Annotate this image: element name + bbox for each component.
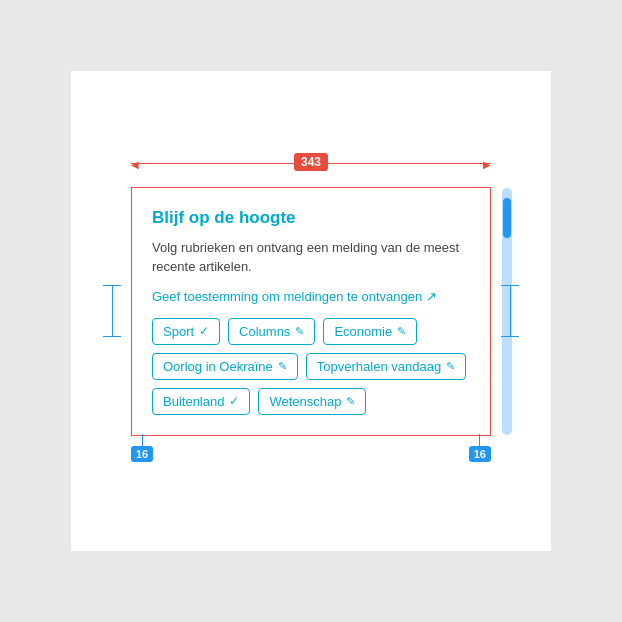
right-scroll-indicator <box>501 285 519 337</box>
tag-wetenschap-edit-icon: ✎ <box>346 395 355 408</box>
arrow-icon: ↗ <box>426 289 437 304</box>
tag-sport-label: Sport <box>163 324 194 339</box>
tag-economie[interactable]: Economie ✎ <box>323 318 417 345</box>
tag-oorlog-label: Oorlog in Oekraïne <box>163 359 273 374</box>
left-dimension-badge: 16 <box>131 446 153 462</box>
page-container: ◀ ▶ 343 Blijf op de hoogte Volg rubrieke… <box>71 71 551 551</box>
tag-oorlog-edit-icon: ✎ <box>278 360 287 373</box>
right-dimension-indicator: 16 <box>469 434 491 462</box>
right-dimension-badge: 16 <box>469 446 491 462</box>
right-arrow-cap: ▶ <box>483 159 491 170</box>
left-dimension-indicator: 16 <box>131 434 153 462</box>
tag-columns[interactable]: Columns ✎ <box>228 318 315 345</box>
tag-economie-label: Economie <box>334 324 392 339</box>
tag-buitenland[interactable]: Buitenland ✓ <box>152 388 250 415</box>
tag-sport[interactable]: Sport ✓ <box>152 318 220 345</box>
card: Blijf op de hoogte Volg rubrieken en ont… <box>131 187 491 436</box>
tag-topverhalen[interactable]: Topverhalen vandaag ✎ <box>306 353 466 380</box>
tag-oorlog[interactable]: Oorlog in Oekraïne ✎ <box>152 353 298 380</box>
left-scroll-indicator <box>103 285 121 337</box>
left-arrow-cap: ◀ <box>131 159 139 170</box>
tag-economie-edit-icon: ✎ <box>397 325 406 338</box>
tag-wetenschap-label: Wetenschap <box>269 394 341 409</box>
tag-columns-edit-icon: ✎ <box>295 325 304 338</box>
permission-text: Geef toestemming om meldingen te ontvang… <box>152 289 422 304</box>
tag-sport-check-icon: ✓ <box>199 324 209 338</box>
tags-section: Sport ✓ Columns ✎ Economie ✎ Oorlog in O… <box>152 318 470 415</box>
tag-topverhalen-edit-icon: ✎ <box>446 360 455 373</box>
tag-buitenland-label: Buitenland <box>163 394 224 409</box>
card-subtitle: Volg rubrieken en ontvang een melding va… <box>152 238 470 277</box>
card-title: Blijf op de hoogte <box>152 208 470 228</box>
permission-link[interactable]: Geef toestemming om meldingen te ontvang… <box>152 289 470 304</box>
tag-columns-label: Columns <box>239 324 290 339</box>
dimension-label-top: 343 <box>294 153 328 171</box>
tag-buitenland-check-icon: ✓ <box>229 394 239 408</box>
tag-wetenschap[interactable]: Wetenschap ✎ <box>258 388 366 415</box>
scroll-thumb <box>503 198 511 238</box>
tag-topverhalen-label: Topverhalen vandaag <box>317 359 441 374</box>
